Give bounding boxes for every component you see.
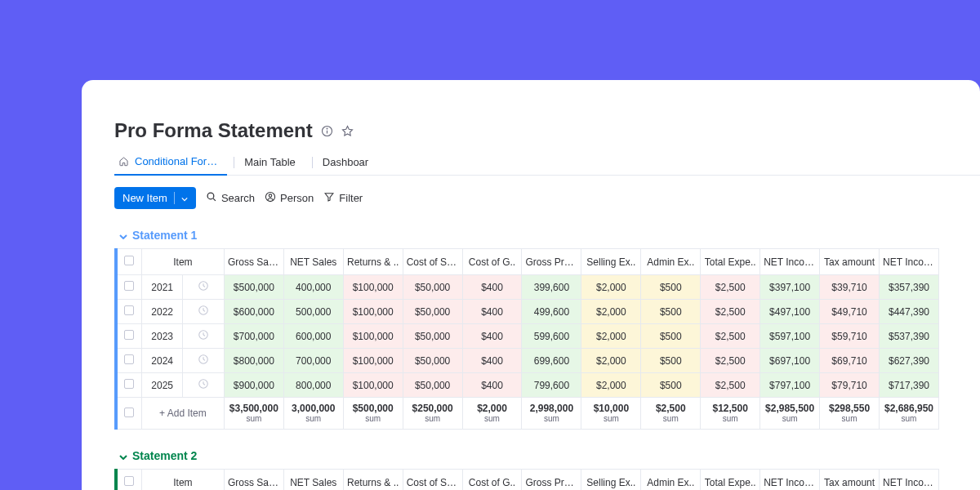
data-cell[interactable]: $2,000 (581, 324, 641, 349)
tab-dashboard[interactable]: Dashboar (319, 151, 378, 175)
data-cell[interactable]: $697,100 (760, 349, 820, 373)
data-cell[interactable]: $900,000 (224, 373, 283, 398)
data-cell[interactable]: $39,710 (820, 275, 880, 300)
data-cell[interactable]: $500 (641, 373, 701, 398)
col-header[interactable]: Total Expe.. (701, 249, 760, 275)
col-header[interactable]: Gross Profit .. (522, 249, 581, 275)
data-cell[interactable]: $2,500 (701, 373, 760, 398)
col-header[interactable]: Gross Sales (224, 470, 283, 490)
row-checkbox[interactable] (116, 373, 141, 398)
row-checkbox[interactable] (116, 324, 141, 349)
data-cell[interactable]: $2,500 (701, 349, 760, 373)
data-cell[interactable]: $600,000 (224, 300, 283, 324)
col-header[interactable]: NET Income (po.. (880, 249, 939, 275)
data-cell[interactable]: $400 (462, 324, 522, 349)
data-cell[interactable]: $597,100 (760, 324, 820, 349)
table-row[interactable]: 2025$900,000800,000$100,000$50,000$40079… (116, 373, 939, 398)
add-item-cell[interactable]: + Add Item (141, 398, 224, 430)
data-cell[interactable]: 599,600 (522, 324, 581, 349)
row-checkbox[interactable] (116, 275, 141, 300)
search-button[interactable]: Search (206, 191, 255, 205)
data-cell[interactable]: $2,000 (581, 373, 641, 398)
table-row[interactable]: 2021$500,000400,000$100,000$50,000$40039… (116, 275, 939, 300)
col-header[interactable]: Admin Ex.. (641, 470, 701, 490)
col-header[interactable]: Admin Ex.. (641, 249, 701, 275)
data-cell[interactable]: $100,000 (343, 349, 403, 373)
data-cell[interactable]: $50,000 (403, 300, 462, 324)
col-header[interactable]: Selling Ex.. (581, 249, 641, 275)
chat-icon[interactable] (183, 373, 224, 398)
data-cell[interactable]: $2,500 (701, 275, 760, 300)
data-cell[interactable]: $59,710 (820, 324, 880, 349)
data-cell[interactable]: 600,000 (283, 324, 343, 349)
data-cell[interactable]: 499,600 (522, 300, 581, 324)
data-cell[interactable]: 799,600 (522, 373, 581, 398)
item-cell[interactable]: 2025 (141, 373, 182, 398)
item-cell[interactable]: 2021 (141, 275, 182, 300)
col-header[interactable]: Cost of Sal.. (403, 249, 462, 275)
data-cell[interactable]: $49,710 (820, 300, 880, 324)
data-cell[interactable]: $627,390 (880, 349, 939, 373)
table-row[interactable]: 2023$700,000600,000$100,000$50,000$40059… (116, 324, 939, 349)
data-cell[interactable]: $500 (641, 300, 701, 324)
item-cell[interactable]: 2024 (141, 349, 182, 373)
data-cell[interactable]: $500 (641, 324, 701, 349)
filter-button[interactable]: Filter (323, 191, 363, 205)
data-cell[interactable]: $447,390 (880, 300, 939, 324)
item-cell[interactable]: 2023 (141, 324, 182, 349)
data-cell[interactable]: $497,100 (760, 300, 820, 324)
data-cell[interactable]: $100,000 (343, 373, 403, 398)
data-cell[interactable]: $2,000 (581, 349, 641, 373)
col-header[interactable]: Cost of G.. (462, 470, 522, 490)
data-cell[interactable]: $400 (462, 373, 522, 398)
col-header[interactable]: NET Sales (283, 249, 343, 275)
data-cell[interactable]: $100,000 (343, 300, 403, 324)
data-cell[interactable]: $2,000 (581, 300, 641, 324)
data-cell[interactable]: $2,500 (701, 300, 760, 324)
data-cell[interactable]: $100,000 (343, 275, 403, 300)
item-cell[interactable]: 2022 (141, 300, 182, 324)
data-cell[interactable]: $50,000 (403, 373, 462, 398)
data-cell[interactable]: 800,000 (283, 373, 343, 398)
row-checkbox[interactable] (116, 349, 141, 373)
data-cell[interactable]: $800,000 (224, 349, 283, 373)
col-header[interactable]: Selling Ex.. (581, 470, 641, 490)
chat-icon[interactable] (183, 300, 224, 324)
star-icon[interactable] (341, 125, 354, 137)
data-cell[interactable]: $50,000 (403, 349, 462, 373)
col-header[interactable]: Tax amount (820, 249, 880, 275)
table-row[interactable]: 2024$800,000700,000$100,000$50,000$40069… (116, 349, 939, 373)
group-header[interactable]: Statement 2 (114, 449, 980, 462)
checkbox-header[interactable] (116, 249, 141, 275)
col-header[interactable]: NET Sales (283, 470, 343, 490)
chat-icon[interactable] (183, 349, 224, 373)
data-cell[interactable]: 699,600 (522, 349, 581, 373)
col-header[interactable]: NET Incom.. (760, 470, 820, 490)
data-cell[interactable]: $100,000 (343, 324, 403, 349)
data-cell[interactable]: $50,000 (403, 275, 462, 300)
col-header[interactable]: Gross Profit .. (522, 470, 581, 490)
col-header[interactable]: NET Incom.. (760, 249, 820, 275)
col-header[interactable]: Gross Sales (224, 249, 283, 275)
data-cell[interactable]: $50,000 (403, 324, 462, 349)
data-cell[interactable]: $2,000 (581, 275, 641, 300)
data-cell[interactable]: $69,710 (820, 349, 880, 373)
checkbox-header[interactable] (116, 470, 141, 490)
data-cell[interactable]: $79,710 (820, 373, 880, 398)
data-cell[interactable]: $500,000 (224, 275, 283, 300)
data-cell[interactable]: $400 (462, 275, 522, 300)
data-cell[interactable]: 399,600 (522, 275, 581, 300)
data-cell[interactable]: $397,100 (760, 275, 820, 300)
data-cell[interactable]: $357,390 (880, 275, 939, 300)
add-item-row[interactable]: + Add Item$3,500,000sum3,000,000sum$500,… (116, 398, 939, 430)
row-checkbox[interactable] (116, 300, 141, 324)
data-cell[interactable]: $797,100 (760, 373, 820, 398)
col-header[interactable]: Cost of Sal.. (403, 470, 462, 490)
table-row[interactable]: 2022$600,000500,000$100,000$50,000$40049… (116, 300, 939, 324)
col-header[interactable]: Tax amount (820, 470, 880, 490)
col-header[interactable]: NET Income (po.. (880, 470, 939, 490)
data-cell[interactable]: $537,390 (880, 324, 939, 349)
data-cell[interactable]: 700,000 (283, 349, 343, 373)
col-header[interactable]: Returns & .. (343, 470, 403, 490)
person-button[interactable]: Person (265, 191, 314, 205)
